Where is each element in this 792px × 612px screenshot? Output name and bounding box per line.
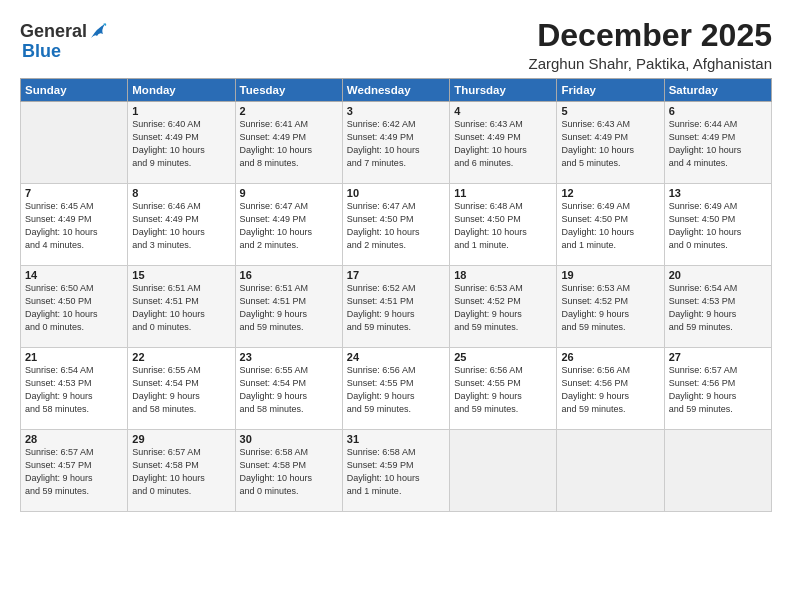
calendar-row-4: 21Sunrise: 6:54 AM Sunset: 4:53 PM Dayli…: [21, 348, 772, 430]
day-info: Sunrise: 6:53 AM Sunset: 4:52 PM Dayligh…: [454, 282, 552, 334]
day-number: 30: [240, 433, 338, 445]
day-number: 9: [240, 187, 338, 199]
calendar-cell: 3Sunrise: 6:42 AM Sunset: 4:49 PM Daylig…: [342, 102, 449, 184]
col-thursday: Thursday: [450, 79, 557, 102]
day-number: 8: [132, 187, 230, 199]
calendar-cell: 1Sunrise: 6:40 AM Sunset: 4:49 PM Daylig…: [128, 102, 235, 184]
day-info: Sunrise: 6:51 AM Sunset: 4:51 PM Dayligh…: [132, 282, 230, 334]
day-info: Sunrise: 6:50 AM Sunset: 4:50 PM Dayligh…: [25, 282, 123, 334]
day-number: 19: [561, 269, 659, 281]
calendar-row-3: 14Sunrise: 6:50 AM Sunset: 4:50 PM Dayli…: [21, 266, 772, 348]
calendar-cell: 11Sunrise: 6:48 AM Sunset: 4:50 PM Dayli…: [450, 184, 557, 266]
calendar-cell: 14Sunrise: 6:50 AM Sunset: 4:50 PM Dayli…: [21, 266, 128, 348]
calendar-row-1: 1Sunrise: 6:40 AM Sunset: 4:49 PM Daylig…: [21, 102, 772, 184]
day-number: 16: [240, 269, 338, 281]
day-info: Sunrise: 6:47 AM Sunset: 4:49 PM Dayligh…: [240, 200, 338, 252]
title-block: December 2025 Zarghun Shahr, Paktika, Af…: [529, 18, 773, 72]
day-number: 10: [347, 187, 445, 199]
day-number: 11: [454, 187, 552, 199]
page: General Blue December 2025 Zarghun Shahr…: [0, 0, 792, 612]
logo-bird-icon: [89, 20, 107, 42]
day-number: 20: [669, 269, 767, 281]
day-info: Sunrise: 6:43 AM Sunset: 4:49 PM Dayligh…: [561, 118, 659, 170]
day-number: 3: [347, 105, 445, 117]
col-saturday: Saturday: [664, 79, 771, 102]
calendar-cell: 17Sunrise: 6:52 AM Sunset: 4:51 PM Dayli…: [342, 266, 449, 348]
day-number: 25: [454, 351, 552, 363]
calendar-cell: 2Sunrise: 6:41 AM Sunset: 4:49 PM Daylig…: [235, 102, 342, 184]
calendar-cell: 6Sunrise: 6:44 AM Sunset: 4:49 PM Daylig…: [664, 102, 771, 184]
day-info: Sunrise: 6:45 AM Sunset: 4:49 PM Dayligh…: [25, 200, 123, 252]
col-friday: Friday: [557, 79, 664, 102]
col-tuesday: Tuesday: [235, 79, 342, 102]
calendar-cell: 15Sunrise: 6:51 AM Sunset: 4:51 PM Dayli…: [128, 266, 235, 348]
day-info: Sunrise: 6:44 AM Sunset: 4:49 PM Dayligh…: [669, 118, 767, 170]
day-info: Sunrise: 6:54 AM Sunset: 4:53 PM Dayligh…: [25, 364, 123, 416]
calendar-cell: 29Sunrise: 6:57 AM Sunset: 4:58 PM Dayli…: [128, 430, 235, 512]
day-number: 2: [240, 105, 338, 117]
calendar-cell: 28Sunrise: 6:57 AM Sunset: 4:57 PM Dayli…: [21, 430, 128, 512]
main-title: December 2025: [529, 18, 773, 53]
calendar-cell: 30Sunrise: 6:58 AM Sunset: 4:58 PM Dayli…: [235, 430, 342, 512]
day-number: 12: [561, 187, 659, 199]
subtitle: Zarghun Shahr, Paktika, Afghanistan: [529, 55, 773, 72]
day-info: Sunrise: 6:58 AM Sunset: 4:59 PM Dayligh…: [347, 446, 445, 498]
day-info: Sunrise: 6:57 AM Sunset: 4:56 PM Dayligh…: [669, 364, 767, 416]
day-number: 27: [669, 351, 767, 363]
day-number: 23: [240, 351, 338, 363]
calendar-cell: [450, 430, 557, 512]
day-number: 21: [25, 351, 123, 363]
day-info: Sunrise: 6:54 AM Sunset: 4:53 PM Dayligh…: [669, 282, 767, 334]
day-info: Sunrise: 6:49 AM Sunset: 4:50 PM Dayligh…: [561, 200, 659, 252]
col-wednesday: Wednesday: [342, 79, 449, 102]
calendar-cell: 13Sunrise: 6:49 AM Sunset: 4:50 PM Dayli…: [664, 184, 771, 266]
day-info: Sunrise: 6:57 AM Sunset: 4:57 PM Dayligh…: [25, 446, 123, 498]
day-info: Sunrise: 6:40 AM Sunset: 4:49 PM Dayligh…: [132, 118, 230, 170]
day-number: 31: [347, 433, 445, 445]
day-number: 24: [347, 351, 445, 363]
day-info: Sunrise: 6:43 AM Sunset: 4:49 PM Dayligh…: [454, 118, 552, 170]
logo-blue-text: Blue: [22, 41, 61, 61]
calendar-body: 1Sunrise: 6:40 AM Sunset: 4:49 PM Daylig…: [21, 102, 772, 512]
day-info: Sunrise: 6:56 AM Sunset: 4:55 PM Dayligh…: [454, 364, 552, 416]
day-number: 5: [561, 105, 659, 117]
calendar-cell: 9Sunrise: 6:47 AM Sunset: 4:49 PM Daylig…: [235, 184, 342, 266]
calendar-table: Sunday Monday Tuesday Wednesday Thursday…: [20, 78, 772, 512]
day-info: Sunrise: 6:42 AM Sunset: 4:49 PM Dayligh…: [347, 118, 445, 170]
day-number: 4: [454, 105, 552, 117]
day-number: 18: [454, 269, 552, 281]
calendar-cell: 16Sunrise: 6:51 AM Sunset: 4:51 PM Dayli…: [235, 266, 342, 348]
calendar-cell: 8Sunrise: 6:46 AM Sunset: 4:49 PM Daylig…: [128, 184, 235, 266]
calendar-cell: 7Sunrise: 6:45 AM Sunset: 4:49 PM Daylig…: [21, 184, 128, 266]
calendar-cell: 26Sunrise: 6:56 AM Sunset: 4:56 PM Dayli…: [557, 348, 664, 430]
day-number: 14: [25, 269, 123, 281]
calendar-cell: [21, 102, 128, 184]
header-row: Sunday Monday Tuesday Wednesday Thursday…: [21, 79, 772, 102]
col-sunday: Sunday: [21, 79, 128, 102]
day-info: Sunrise: 6:41 AM Sunset: 4:49 PM Dayligh…: [240, 118, 338, 170]
calendar-cell: 24Sunrise: 6:56 AM Sunset: 4:55 PM Dayli…: [342, 348, 449, 430]
day-info: Sunrise: 6:56 AM Sunset: 4:55 PM Dayligh…: [347, 364, 445, 416]
day-number: 13: [669, 187, 767, 199]
calendar-cell: 23Sunrise: 6:55 AM Sunset: 4:54 PM Dayli…: [235, 348, 342, 430]
day-number: 28: [25, 433, 123, 445]
logo: General Blue: [20, 22, 107, 62]
day-info: Sunrise: 6:48 AM Sunset: 4:50 PM Dayligh…: [454, 200, 552, 252]
day-info: Sunrise: 6:49 AM Sunset: 4:50 PM Dayligh…: [669, 200, 767, 252]
calendar-cell: 5Sunrise: 6:43 AM Sunset: 4:49 PM Daylig…: [557, 102, 664, 184]
calendar-cell: 25Sunrise: 6:56 AM Sunset: 4:55 PM Dayli…: [450, 348, 557, 430]
calendar-cell: [664, 430, 771, 512]
day-info: Sunrise: 6:55 AM Sunset: 4:54 PM Dayligh…: [132, 364, 230, 416]
calendar-cell: 4Sunrise: 6:43 AM Sunset: 4:49 PM Daylig…: [450, 102, 557, 184]
day-number: 6: [669, 105, 767, 117]
calendar-cell: 18Sunrise: 6:53 AM Sunset: 4:52 PM Dayli…: [450, 266, 557, 348]
calendar-cell: 20Sunrise: 6:54 AM Sunset: 4:53 PM Dayli…: [664, 266, 771, 348]
calendar-cell: 22Sunrise: 6:55 AM Sunset: 4:54 PM Dayli…: [128, 348, 235, 430]
calendar-cell: 10Sunrise: 6:47 AM Sunset: 4:50 PM Dayli…: [342, 184, 449, 266]
day-info: Sunrise: 6:47 AM Sunset: 4:50 PM Dayligh…: [347, 200, 445, 252]
header: General Blue December 2025 Zarghun Shahr…: [20, 18, 772, 72]
calendar-cell: 19Sunrise: 6:53 AM Sunset: 4:52 PM Dayli…: [557, 266, 664, 348]
calendar-cell: [557, 430, 664, 512]
day-number: 17: [347, 269, 445, 281]
col-monday: Monday: [128, 79, 235, 102]
